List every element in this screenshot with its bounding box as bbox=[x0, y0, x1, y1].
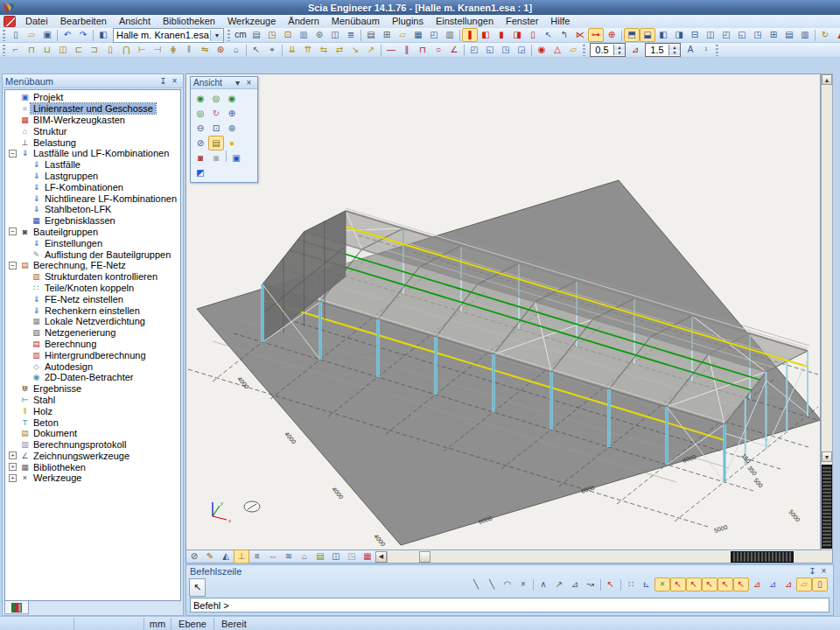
rail-display-icon[interactable]: ≡ bbox=[249, 550, 265, 564]
vertical-scrollbar[interactable]: ▲ ▼ bbox=[821, 74, 833, 550]
member-shell-icon[interactable]: ⋂ bbox=[118, 43, 134, 57]
view-window-5-icon[interactable]: ⊟ bbox=[687, 28, 703, 42]
window-tile-1-icon[interactable]: ◰ bbox=[466, 43, 482, 57]
select-intersect-icon[interactable]: ⋉ bbox=[572, 28, 588, 42]
pointer-tool-icon[interactable]: ↖ bbox=[248, 43, 264, 57]
snap-line-icon[interactable]: ╲ bbox=[468, 578, 484, 592]
clipping-box-icon[interactable]: ▣ bbox=[228, 150, 244, 165]
member-subregion-icon[interactable]: ⋕ bbox=[165, 43, 181, 57]
toolbar-grip[interactable] bbox=[3, 30, 5, 41]
undo-icon[interactable]: ↶ bbox=[60, 28, 75, 42]
member-cross-icon[interactable]: ⊔ bbox=[39, 43, 55, 57]
toolbar-grip[interactable] bbox=[3, 45, 5, 56]
menu-ansicht[interactable]: Ansicht bbox=[113, 16, 157, 26]
box-tool-icon[interactable]: ◰ bbox=[426, 28, 442, 42]
view-window-8-icon[interactable]: ◱ bbox=[734, 28, 750, 42]
scale-spinner-2[interactable]: 1.5 ▲▼ bbox=[645, 43, 681, 57]
close-icon[interactable]: × bbox=[243, 78, 255, 88]
snap-direction-icon[interactable]: ↗ bbox=[551, 578, 567, 592]
member-rib-icon[interactable]: ◫ bbox=[55, 43, 71, 57]
view-top-icon[interactable]: ◉ bbox=[192, 91, 208, 106]
tree-item-linienraster-und-geschosse[interactable]: ⌗Linienraster und Geschosse bbox=[5, 103, 180, 115]
snap-intersections-icon[interactable]: ↖ bbox=[702, 578, 718, 592]
scale-spinner-1[interactable]: 0.5 ▲▼ bbox=[590, 43, 626, 57]
ansicht-palette-header[interactable]: Ansicht ▾ × bbox=[191, 77, 257, 89]
draw-rectangle-icon[interactable]: ⊓ bbox=[415, 43, 430, 57]
render-mode-icon[interactable]: ▤ bbox=[208, 136, 224, 150]
close-window-icon[interactable]: ◧ bbox=[95, 28, 111, 42]
spin-down-icon[interactable]: ▼ bbox=[614, 50, 625, 55]
view-window-12-icon[interactable]: ▥ bbox=[797, 28, 813, 42]
zoom-all-icon[interactable]: ⊛ bbox=[224, 121, 240, 136]
spinner-arrows[interactable]: ▲▼ bbox=[613, 45, 625, 55]
menu-menuebaum[interactable]: Menübaum bbox=[326, 16, 386, 26]
wheel-tool-icon[interactable]: ⊛ bbox=[312, 28, 327, 42]
copy-nodes-icon[interactable]: ⇈ bbox=[300, 43, 316, 57]
select-polygon-icon[interactable]: ↰ bbox=[556, 28, 572, 42]
pin-icon[interactable]: ↧ bbox=[158, 76, 169, 86]
view-axonometric-icon[interactable]: ◎ bbox=[192, 106, 208, 121]
view-window-4-icon[interactable]: ◨ bbox=[671, 28, 687, 42]
font-scale-icon[interactable]: A bbox=[682, 43, 698, 57]
numbering-icon[interactable]: ¹ bbox=[698, 43, 714, 57]
half-view-icon[interactable]: ◭ bbox=[833, 28, 840, 42]
menu-aendern[interactable]: Ändern bbox=[282, 16, 325, 26]
book-display-icon[interactable]: ▤ bbox=[312, 550, 328, 564]
select-filter-4-icon[interactable]: ◨ bbox=[509, 28, 525, 42]
view-window-11-icon[interactable]: ▤ bbox=[781, 28, 797, 42]
horizontal-scrollbar-thumb[interactable] bbox=[419, 551, 430, 563]
tree-item-einstellungen[interactable]: ⇓Einstellungen bbox=[5, 237, 180, 248]
folder-icon[interactable]: ▱ bbox=[395, 28, 410, 42]
close-icon[interactable]: × bbox=[169, 76, 180, 86]
window-tile-2-icon[interactable]: ◱ bbox=[482, 43, 498, 57]
tree-item-ergebnisse[interactable]: ⋓Ergebnisse bbox=[5, 383, 180, 395]
member-haunch-icon[interactable]: ⊏ bbox=[71, 43, 87, 57]
tree-item-struktur[interactable]: ⌂Struktur bbox=[5, 125, 180, 136]
new-document-icon[interactable]: ▯ bbox=[8, 28, 24, 42]
snap-intersection-icon[interactable]: × bbox=[515, 578, 531, 592]
redo-icon[interactable]: ↷ bbox=[75, 28, 91, 42]
view-window-6-icon[interactable]: ◫ bbox=[703, 28, 718, 42]
vertical-scrollbar-dark-thumb[interactable] bbox=[822, 465, 832, 549]
load-display-icon[interactable]: ⊥ bbox=[234, 550, 249, 564]
pin-icon[interactable]: ↧ bbox=[807, 566, 818, 576]
units-cm-icon[interactable]: cm bbox=[233, 28, 248, 42]
select-filter-3-icon[interactable]: ▮ bbox=[494, 28, 509, 42]
tree-item-lastgruppen[interactable]: ⇓Lastgruppen bbox=[5, 171, 180, 182]
menu-datei[interactable]: Datei bbox=[19, 16, 54, 26]
tree-item-lokale-netzverdichtung[interactable]: ▦Lokale Netzverdichtung bbox=[5, 316, 180, 327]
view-window-1-icon[interactable]: ⬒ bbox=[624, 28, 640, 42]
target-tool-icon[interactable]: ⌖ bbox=[264, 43, 280, 57]
tree-item-belastung[interactable]: ⊥Belastung bbox=[5, 136, 180, 148]
tree-item-autodesign[interactable]: ◇Autodesign bbox=[5, 360, 180, 372]
table-2-icon[interactable]: ≣ bbox=[343, 28, 359, 42]
view-window-9-icon[interactable]: ◳ bbox=[750, 28, 766, 42]
copy-picture-icon[interactable]: ▥ bbox=[296, 28, 312, 42]
menu-bibliotheken[interactable]: Bibliotheken bbox=[157, 16, 221, 26]
tree-item-stahlbeton-lfk[interactable]: ⇓Stahlbeton-LFK bbox=[5, 204, 180, 215]
tree-item-beton[interactable]: TBeton bbox=[5, 416, 180, 428]
zoom-selection-icon[interactable]: ⊘ bbox=[192, 136, 208, 150]
tree-item-bibliotheken[interactable]: +▦Bibliotheken bbox=[5, 461, 180, 472]
menu-fenster[interactable]: Fenster bbox=[500, 16, 544, 26]
collapse-icon[interactable]: − bbox=[9, 228, 17, 235]
snap-arc-centers-icon[interactable]: ↖ bbox=[733, 578, 749, 592]
view-window-3-icon[interactable]: ◧ bbox=[655, 28, 671, 42]
zoom-window-icon[interactable]: ⊡ bbox=[208, 121, 224, 136]
save-file-icon[interactable]: ▣ bbox=[39, 28, 55, 42]
tree-item-netzgenerierung[interactable]: ▨Netzgenerierung bbox=[5, 327, 180, 339]
menu-bearbeiten[interactable]: Bearbeiten bbox=[54, 16, 113, 26]
chevron-down-icon[interactable]: ▼ bbox=[210, 30, 223, 41]
horizontal-scrollbar-dark-thumb[interactable] bbox=[731, 551, 794, 563]
tree-item-werkzeuge[interactable]: +×Werkzeuge bbox=[5, 472, 180, 484]
snap-arc-icon[interactable]: ◠ bbox=[500, 578, 515, 592]
line-grid-icon[interactable]: ⊾ bbox=[639, 578, 654, 592]
tree-item-bauteilgruppen[interactable]: −◙Bauteilgruppen bbox=[5, 227, 180, 238]
status-units[interactable]: mm bbox=[144, 618, 172, 630]
window-grid-icon[interactable]: ◫ bbox=[328, 550, 344, 564]
select-cursor-icon[interactable]: ↖ bbox=[541, 28, 556, 42]
member-arbitrary-icon[interactable]: ⊐ bbox=[87, 43, 102, 57]
horizontal-scrollbar[interactable] bbox=[387, 551, 832, 563]
tree-item-hintergrundberechnung[interactable]: ▥Hintergrundberechnung bbox=[5, 349, 180, 360]
snap-edge-1-icon[interactable]: ⊿ bbox=[749, 578, 765, 592]
